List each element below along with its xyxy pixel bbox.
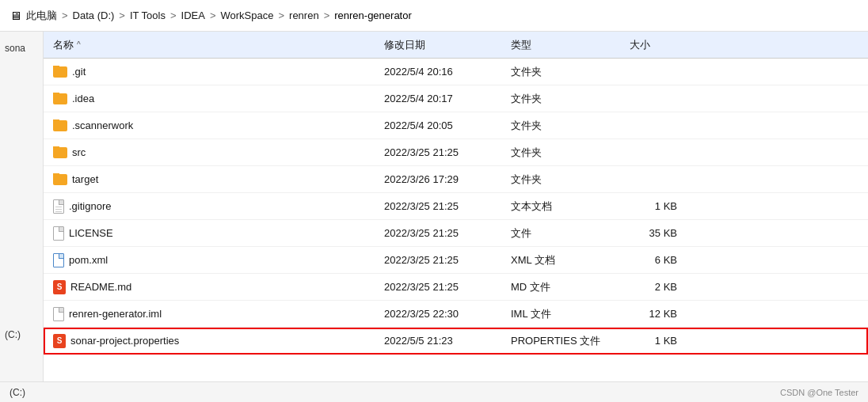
file-name: target <box>72 173 98 185</box>
file-name-cell: .idea <box>44 93 376 104</box>
file-modified-cell: 2022/5/5 21:23 <box>376 335 503 347</box>
bottom-bar: (C:) CSDN @One Tester <box>0 381 868 402</box>
file-modified-cell: 2022/5/4 20:05 <box>376 119 503 131</box>
file-type-cell: 文件夹 <box>503 119 622 133</box>
col-header-type[interactable]: 类型 <box>503 38 622 52</box>
table-body: .git 2022/5/4 20:16 文件夹 .idea 2022/5/4 2… <box>44 59 868 402</box>
file-name-cell: pom.xml <box>44 253 376 267</box>
table-row[interactable]: S README.md 2022/3/25 21:25 MD 文件 2 KB <box>44 274 868 301</box>
file-type-cell: 文件夹 <box>503 65 622 79</box>
file-name: LICENSE <box>69 227 113 239</box>
breadcrumb-renren[interactable]: renren <box>289 9 319 21</box>
file-modified-cell: 2022/5/4 20:16 <box>376 66 503 78</box>
file-name-cell: src <box>44 146 376 158</box>
file-modified-cell: 2022/5/4 20:17 <box>376 93 503 104</box>
breadcrumb-ittools[interactable]: IT Tools <box>130 9 166 21</box>
bottom-right-label: CSDN @One Tester <box>780 388 858 397</box>
file-area: 名称 ^ 修改日期 类型 大小 .git 2022/5/4 20:16 文件夹 <box>44 32 868 402</box>
file-modified-cell: 2022/3/25 21:25 <box>376 281 503 293</box>
file-type-cell: MD 文件 <box>503 280 622 294</box>
pc-icon: 🖥 <box>10 9 21 22</box>
table-row[interactable]: .git 2022/5/4 20:16 文件夹 <box>44 59 868 85</box>
file-name-cell: LICENSE <box>44 226 376 241</box>
table-row[interactable]: .gitignore 2022/3/25 21:25 文本文档 1 KB <box>44 193 868 220</box>
file-name: .gitignore <box>69 200 111 212</box>
file-modified-cell: 2022/3/26 17:29 <box>376 173 503 185</box>
file-name: README.md <box>70 281 131 293</box>
folder-icon <box>53 93 67 104</box>
breadcrumb-sep-1: > <box>62 9 68 21</box>
file-size-cell: 1 KB <box>622 335 685 347</box>
file-icon <box>53 226 64 241</box>
scratch-icon: S <box>53 334 66 348</box>
col-header-modified[interactable]: 修改日期 <box>376 38 503 52</box>
sort-arrow: ^ <box>77 40 81 49</box>
table-row[interactable]: pom.xml 2022/3/25 21:25 XML 文档 6 KB <box>44 247 868 274</box>
breadcrumb-sep-5: > <box>278 9 284 21</box>
folder-icon <box>53 120 67 131</box>
file-modified-cell: 2022/3/25 22:30 <box>376 308 503 320</box>
file-modified-cell: 2022/3/25 21:25 <box>376 254 503 266</box>
breadcrumb-sep-6: > <box>324 9 330 21</box>
table-row[interactable]: LICENSE 2022/3/25 21:25 文件 35 KB <box>44 220 868 247</box>
col-header-name[interactable]: 名称 ^ <box>44 38 376 52</box>
file-modified-cell: 2022/3/25 21:25 <box>376 200 503 212</box>
file-size-cell: 1 KB <box>622 200 685 212</box>
xml-icon <box>53 253 64 267</box>
table-row[interactable]: S sonar-project.properties 2022/5/5 21:2… <box>44 328 868 355</box>
file-modified-cell: 2022/3/25 21:25 <box>376 227 503 239</box>
table-row[interactable]: .idea 2022/5/4 20:17 文件夹 <box>44 85 868 112</box>
table-header: 名称 ^ 修改日期 类型 大小 <box>44 32 868 59</box>
sidebar: sona (C:) <box>0 32 44 402</box>
main-area: sona (C:) 名称 ^ 修改日期 类型 大小 .git <box>0 32 868 402</box>
breadcrumb-data[interactable]: Data (D:) <box>73 9 115 21</box>
file-name-cell: renren-generator.iml <box>44 307 376 321</box>
file-type-cell: 文件夹 <box>503 92 622 106</box>
file-name-cell: .gitignore <box>44 199 376 214</box>
file-size-cell: 2 KB <box>622 281 685 293</box>
scratch-icon: S <box>53 280 66 294</box>
breadcrumb-sep-2: > <box>119 9 125 21</box>
breadcrumb-sep-4: > <box>210 9 216 21</box>
file-name: renren-generator.iml <box>69 308 162 320</box>
file-name-cell: S sonar-project.properties <box>44 334 376 348</box>
file-size-cell: 35 KB <box>622 227 685 239</box>
file-name: .git <box>72 66 86 78</box>
table-row[interactable]: target 2022/3/26 17:29 文件夹 <box>44 166 868 193</box>
folder-icon <box>53 66 67 78</box>
file-text-icon <box>53 199 64 214</box>
table-row[interactable]: src 2022/3/25 21:25 文件夹 <box>44 139 868 166</box>
table-row[interactable]: .scannerwork 2022/5/4 20:05 文件夹 <box>44 112 868 139</box>
file-type-cell: 文件夹 <box>503 173 622 187</box>
col-header-size[interactable]: 大小 <box>622 38 685 52</box>
file-type-cell: 文本文档 <box>503 199 622 214</box>
col-size-label: 大小 <box>630 38 650 52</box>
file-modified-cell: 2022/3/25 21:25 <box>376 146 503 158</box>
sidebar-item-sona[interactable]: sona <box>0 40 43 57</box>
file-size-cell: 12 KB <box>622 308 685 320</box>
file-type-cell: PROPERTIES 文件 <box>503 334 622 348</box>
file-name: sonar-project.properties <box>70 335 179 347</box>
file-type-cell: IML 文件 <box>503 307 622 321</box>
bottom-left-label: (C:) <box>10 387 25 398</box>
breadcrumb-renren-generator[interactable]: renren-generator <box>334 9 412 21</box>
file-name-cell: S README.md <box>44 280 376 294</box>
file-name: .scannerwork <box>72 119 133 131</box>
file-type-cell: XML 文档 <box>503 253 622 267</box>
file-name: .idea <box>72 93 94 104</box>
sidebar-item-c[interactable]: (C:) <box>0 326 43 343</box>
file-type-cell: 文件 <box>503 226 622 241</box>
col-modified-label: 修改日期 <box>384 38 425 52</box>
col-type-label: 类型 <box>511 38 531 52</box>
file-name-cell: .git <box>44 66 376 78</box>
col-name-label: 名称 <box>53 38 74 52</box>
table-row[interactable]: renren-generator.iml 2022/3/25 22:30 IML… <box>44 301 868 328</box>
file-type-cell: 文件夹 <box>503 146 622 160</box>
folder-icon <box>53 147 67 158</box>
breadcrumb-idea[interactable]: IDEA <box>181 9 205 21</box>
breadcrumb-workspace[interactable]: WorkSpace <box>221 9 274 21</box>
breadcrumb: 🖥 此电脑 > Data (D:) > IT Tools > IDEA > Wo… <box>0 0 868 32</box>
file-size-cell: 6 KB <box>622 254 685 266</box>
breadcrumb-pc[interactable]: 此电脑 <box>26 9 57 23</box>
folder-icon <box>53 174 67 185</box>
